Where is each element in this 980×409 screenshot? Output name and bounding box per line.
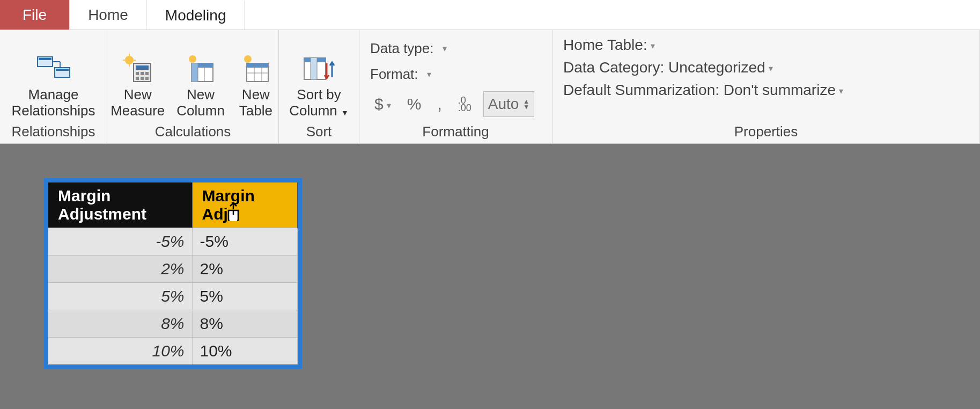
group-relationships-label: Relationships (11, 121, 95, 141)
new-table-icon (237, 53, 275, 85)
svg-rect-27 (247, 63, 268, 68)
data-table-container: Margin Adjustment Margin Adj. -5%-5% 2%2… (44, 178, 302, 369)
manage-relationships-button[interactable]: Manage Relationships (8, 50, 98, 121)
svg-point-6 (125, 56, 134, 64)
stepper-arrows-icon[interactable]: ▲▼ (523, 99, 529, 109)
svg-rect-3 (56, 69, 69, 71)
table-cell[interactable]: 8% (48, 310, 192, 338)
thousands-separator-button[interactable]: , (433, 95, 446, 113)
percent-button[interactable]: % (403, 95, 426, 113)
table-cell[interactable]: 5% (48, 283, 192, 310)
group-properties: Home Table: Data Category: Uncategorized… (552, 30, 980, 143)
svg-rect-1 (39, 58, 51, 60)
table-cell[interactable]: 10% (48, 338, 192, 365)
menu-home[interactable]: Home (70, 0, 147, 30)
new-measure-icon (119, 53, 157, 85)
svg-rect-13 (136, 72, 139, 75)
sort-by-column-button[interactable]: Sort by Column ▼ (286, 50, 352, 121)
group-sort-label: Sort (306, 121, 332, 141)
format-dropdown[interactable]: Format: (370, 62, 431, 86)
table-cell[interactable]: -5% (192, 228, 297, 255)
new-table-label: New Table (239, 87, 272, 119)
home-table-dropdown[interactable]: Home Table: (563, 36, 655, 54)
data-type-dropdown[interactable]: Data type: (370, 36, 447, 60)
svg-rect-16 (136, 77, 139, 80)
svg-rect-18 (145, 77, 149, 80)
group-properties-label: Properties (734, 121, 798, 141)
svg-point-25 (244, 55, 252, 63)
relationships-icon (34, 53, 73, 85)
table-cell[interactable]: 8% (192, 310, 297, 338)
menu-file[interactable]: File (0, 0, 70, 30)
svg-rect-17 (141, 77, 144, 80)
group-calculations: New Measure New Column (107, 30, 279, 143)
svg-rect-22 (191, 63, 198, 82)
new-measure-label: New Measure (110, 87, 165, 119)
group-calculations-label: Calculations (155, 121, 231, 141)
data-table[interactable]: Margin Adjustment Margin Adj. -5%-5% 2%2… (48, 182, 298, 364)
group-sort: Sort by Column ▼ Sort (279, 30, 359, 143)
column-header-margin-adjustment[interactable]: Margin Adjustment (48, 182, 192, 228)
new-column-button[interactable]: New Column (173, 50, 228, 121)
table-cell[interactable]: 2% (192, 255, 297, 283)
table-cell[interactable]: 2% (48, 255, 192, 283)
sort-by-column-label: Sort by Column ▼ (289, 87, 349, 119)
group-formatting-label: Formatting (422, 121, 489, 141)
group-relationships: Manage Relationships Relationships (0, 30, 107, 143)
decimal-auto-stepper[interactable]: Auto ▲▼ (483, 91, 535, 117)
default-summarization-dropdown[interactable]: Default Summarization: Don't summarize (563, 82, 843, 99)
table-cell[interactable]: 5% (192, 283, 297, 310)
svg-point-19 (189, 55, 196, 63)
ribbon: Manage Relationships Relationships New M… (0, 30, 980, 144)
svg-rect-12 (136, 65, 149, 70)
svg-rect-33 (311, 58, 317, 79)
group-formatting: Data type: Format: $ % , .0.00 Auto ▲▼ F… (359, 30, 552, 143)
svg-rect-15 (145, 72, 149, 75)
new-column-label: New Column (176, 87, 225, 119)
new-table-button[interactable]: New Table (233, 50, 278, 121)
menu-modeling[interactable]: Modeling (147, 0, 245, 30)
menubar: File Home Modeling (0, 0, 980, 30)
sort-icon (300, 53, 338, 85)
currency-button[interactable]: $ (370, 95, 395, 113)
data-category-dropdown[interactable]: Data Category: Uncategorized (563, 59, 773, 76)
decimal-places-icon: .0.00 (454, 97, 476, 112)
svg-rect-14 (141, 72, 144, 75)
new-measure-button[interactable]: New Measure (107, 50, 168, 121)
table-cell[interactable]: -5% (48, 228, 192, 255)
new-column-icon (181, 53, 220, 85)
manage-relationships-label: Manage Relationships (11, 87, 95, 119)
table-cell[interactable]: 10% (192, 338, 297, 365)
column-header-margin-adj[interactable]: Margin Adj. (192, 182, 297, 228)
